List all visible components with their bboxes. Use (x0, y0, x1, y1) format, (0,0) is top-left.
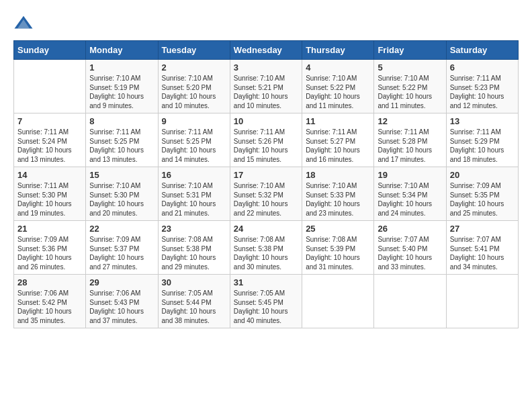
day-info: Sunrise: 7:11 AMSunset: 5:26 PMDaylight:… (234, 128, 298, 164)
day-info: Sunrise: 7:07 AMSunset: 5:40 PMDaylight:… (378, 235, 442, 271)
day-info: Sunrise: 7:11 AMSunset: 5:30 PMDaylight:… (17, 181, 82, 218)
day-number: 30 (162, 277, 226, 287)
calendar-cell: 21Sunrise: 7:09 AMSunset: 5:36 PMDayligh… (14, 221, 86, 275)
calendar-cell: 8Sunrise: 7:11 AMSunset: 5:25 PMDaylight… (86, 113, 158, 167)
day-number: 9 (162, 116, 226, 126)
day-number: 3 (234, 62, 298, 73)
calendar-cell: 26Sunrise: 7:07 AMSunset: 5:40 PMDayligh… (374, 221, 446, 275)
day-info: Sunrise: 7:11 AMSunset: 5:24 PMDaylight:… (17, 128, 82, 164)
calendar-cell: 10Sunrise: 7:11 AMSunset: 5:26 PMDayligh… (230, 113, 302, 167)
week-row-4: 28Sunrise: 7:06 AMSunset: 5:42 PMDayligh… (14, 275, 519, 328)
day-number: 8 (89, 116, 154, 126)
calendar-cell: 31Sunrise: 7:05 AMSunset: 5:45 PMDayligh… (230, 275, 302, 328)
calendar-cell: 3Sunrise: 7:10 AMSunset: 5:21 PMDaylight… (230, 60, 302, 113)
header-row: SundayMondayTuesdayWednesdayThursdayFrid… (14, 41, 519, 60)
day-info: Sunrise: 7:09 AMSunset: 5:35 PMDaylight:… (450, 181, 515, 218)
day-number: 23 (162, 224, 226, 234)
day-number: 22 (89, 224, 154, 234)
calendar-cell (374, 275, 446, 328)
day-number: 15 (89, 170, 154, 180)
col-header-monday: Monday (86, 41, 158, 60)
day-info: Sunrise: 7:10 AMSunset: 5:30 PMDaylight:… (89, 181, 154, 218)
col-header-friday: Friday (374, 41, 446, 60)
day-number: 26 (378, 224, 442, 234)
calendar-cell (446, 275, 518, 328)
page-header (13, 13, 519, 34)
day-number: 20 (450, 170, 515, 180)
day-number: 27 (450, 224, 515, 234)
day-number: 24 (234, 224, 298, 234)
calendar-cell: 9Sunrise: 7:11 AMSunset: 5:25 PMDaylight… (158, 113, 230, 167)
calendar-cell: 19Sunrise: 7:10 AMSunset: 5:34 PMDayligh… (374, 167, 446, 221)
day-number: 29 (89, 277, 154, 287)
logo-icon (13, 13, 34, 34)
calendar-cell: 15Sunrise: 7:10 AMSunset: 5:30 PMDayligh… (86, 167, 158, 221)
day-info: Sunrise: 7:09 AMSunset: 5:36 PMDaylight:… (17, 235, 82, 271)
day-info: Sunrise: 7:11 AMSunset: 5:25 PMDaylight:… (162, 128, 226, 164)
day-info: Sunrise: 7:10 AMSunset: 5:20 PMDaylight:… (162, 74, 226, 110)
week-row-1: 7Sunrise: 7:11 AMSunset: 5:24 PMDaylight… (14, 113, 519, 167)
week-row-3: 21Sunrise: 7:09 AMSunset: 5:36 PMDayligh… (14, 221, 519, 275)
day-info: Sunrise: 7:10 AMSunset: 5:21 PMDaylight:… (234, 74, 298, 110)
day-number: 31 (234, 277, 298, 287)
calendar-cell: 14Sunrise: 7:11 AMSunset: 5:30 PMDayligh… (14, 167, 86, 221)
day-info: Sunrise: 7:10 AMSunset: 5:32 PMDaylight:… (234, 181, 298, 218)
day-info: Sunrise: 7:11 AMSunset: 5:28 PMDaylight:… (378, 128, 442, 164)
day-info: Sunrise: 7:10 AMSunset: 5:31 PMDaylight:… (162, 181, 226, 218)
calendar-cell: 6Sunrise: 7:11 AMSunset: 5:23 PMDaylight… (446, 60, 518, 113)
day-number: 28 (17, 277, 82, 287)
col-header-tuesday: Tuesday (158, 41, 230, 60)
calendar-cell: 16Sunrise: 7:10 AMSunset: 5:31 PMDayligh… (158, 167, 230, 221)
day-number: 11 (306, 116, 370, 126)
day-info: Sunrise: 7:08 AMSunset: 5:38 PMDaylight:… (234, 235, 298, 271)
day-info: Sunrise: 7:06 AMSunset: 5:43 PMDaylight:… (89, 289, 154, 325)
calendar-cell: 29Sunrise: 7:06 AMSunset: 5:43 PMDayligh… (86, 275, 158, 328)
calendar-cell: 13Sunrise: 7:11 AMSunset: 5:29 PMDayligh… (446, 113, 518, 167)
day-info: Sunrise: 7:10 AMSunset: 5:33 PMDaylight:… (306, 181, 370, 218)
day-info: Sunrise: 7:11 AMSunset: 5:25 PMDaylight:… (89, 128, 154, 164)
calendar-cell: 1Sunrise: 7:10 AMSunset: 5:19 PMDaylight… (86, 60, 158, 113)
day-info: Sunrise: 7:06 AMSunset: 5:42 PMDaylight:… (17, 289, 82, 325)
day-info: Sunrise: 7:11 AMSunset: 5:29 PMDaylight:… (450, 128, 515, 164)
calendar-cell: 18Sunrise: 7:10 AMSunset: 5:33 PMDayligh… (302, 167, 374, 221)
day-info: Sunrise: 7:10 AMSunset: 5:34 PMDaylight:… (378, 181, 442, 218)
day-number: 1 (89, 62, 154, 73)
day-number: 21 (17, 224, 82, 234)
col-header-wednesday: Wednesday (230, 41, 302, 60)
col-header-sunday: Sunday (14, 41, 86, 60)
day-number: 19 (378, 170, 442, 180)
day-info: Sunrise: 7:08 AMSunset: 5:38 PMDaylight:… (162, 235, 226, 271)
calendar-cell: 20Sunrise: 7:09 AMSunset: 5:35 PMDayligh… (446, 167, 518, 221)
day-info: Sunrise: 7:10 AMSunset: 5:19 PMDaylight:… (89, 74, 154, 110)
col-header-saturday: Saturday (446, 41, 518, 60)
calendar-cell: 11Sunrise: 7:11 AMSunset: 5:27 PMDayligh… (302, 113, 374, 167)
day-info: Sunrise: 7:11 AMSunset: 5:27 PMDaylight:… (306, 128, 370, 164)
day-info: Sunrise: 7:05 AMSunset: 5:45 PMDaylight:… (234, 289, 298, 325)
day-number: 12 (378, 116, 442, 126)
calendar-cell: 23Sunrise: 7:08 AMSunset: 5:38 PMDayligh… (158, 221, 230, 275)
calendar-cell: 24Sunrise: 7:08 AMSunset: 5:38 PMDayligh… (230, 221, 302, 275)
logo (13, 13, 36, 34)
week-row-0: 1Sunrise: 7:10 AMSunset: 5:19 PMDaylight… (14, 60, 519, 113)
calendar-cell: 17Sunrise: 7:10 AMSunset: 5:32 PMDayligh… (230, 167, 302, 221)
calendar-cell: 27Sunrise: 7:07 AMSunset: 5:41 PMDayligh… (446, 221, 518, 275)
week-row-2: 14Sunrise: 7:11 AMSunset: 5:30 PMDayligh… (14, 167, 519, 221)
day-number: 7 (17, 116, 82, 126)
calendar-cell: 30Sunrise: 7:05 AMSunset: 5:44 PMDayligh… (158, 275, 230, 328)
calendar-cell: 5Sunrise: 7:10 AMSunset: 5:22 PMDaylight… (374, 60, 446, 113)
day-info: Sunrise: 7:09 AMSunset: 5:37 PMDaylight:… (89, 235, 154, 271)
calendar-cell: 28Sunrise: 7:06 AMSunset: 5:42 PMDayligh… (14, 275, 86, 328)
day-number: 10 (234, 116, 298, 126)
day-number: 18 (306, 170, 370, 180)
day-number: 2 (162, 62, 226, 73)
calendar-cell: 7Sunrise: 7:11 AMSunset: 5:24 PMDaylight… (14, 113, 86, 167)
day-info: Sunrise: 7:10 AMSunset: 5:22 PMDaylight:… (306, 74, 370, 110)
calendar-table: SundayMondayTuesdayWednesdayThursdayFrid… (13, 40, 519, 328)
calendar-cell: 12Sunrise: 7:11 AMSunset: 5:28 PMDayligh… (374, 113, 446, 167)
day-number: 4 (306, 62, 370, 73)
calendar-cell: 22Sunrise: 7:09 AMSunset: 5:37 PMDayligh… (86, 221, 158, 275)
day-number: 6 (450, 62, 515, 73)
calendar-cell (302, 275, 374, 328)
day-number: 5 (378, 62, 442, 73)
day-info: Sunrise: 7:11 AMSunset: 5:23 PMDaylight:… (450, 74, 515, 110)
